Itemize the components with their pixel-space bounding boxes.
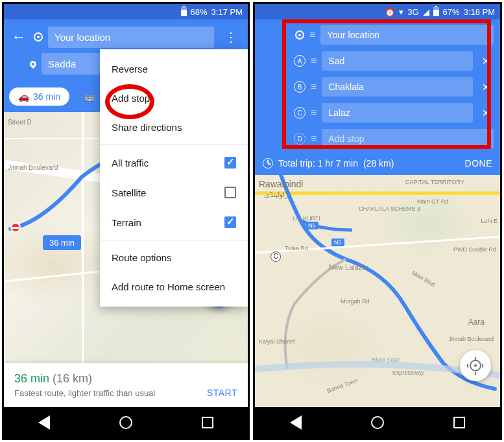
map-label-capital: CAPITAL TERRITORY: [405, 179, 464, 185]
locate-icon: [470, 360, 481, 371]
nav-home-button[interactable]: [119, 416, 132, 429]
drag-handle-icon[interactable]: ≡: [309, 29, 315, 41]
map-label-river: River Soan: [372, 356, 401, 363]
driving-time: 36 min: [33, 91, 60, 102]
status-bar: ⏰ ▾ 3G ◢ 67% 3:18 PM: [255, 4, 500, 19]
overflow-dropdown: Reverse Add stop Share directions All tr…: [100, 49, 248, 307]
hwy-n5-a: N5: [306, 222, 318, 229]
status-bar: 68% 3:17 PM: [4, 4, 248, 19]
android-nav-bar: [4, 407, 248, 438]
nav-back-button[interactable]: [290, 415, 302, 430]
phone-right: ⏰ ▾ 3G ◢ 67% 3:18 PM ≡ Your location A ≡…: [253, 2, 502, 440]
clock: 3:18 PM: [464, 7, 495, 17]
drag-handle-icon[interactable]: ≡: [311, 81, 317, 93]
checkbox-terrain[interactable]: [224, 216, 236, 228]
remove-stop-a[interactable]: ×: [478, 54, 494, 69]
stop-origin-input[interactable]: Your location: [320, 25, 494, 45]
drag-handle-icon[interactable]: ≡: [311, 107, 317, 119]
trip-total: Total trip: 1 hr 7 min: [278, 158, 358, 169]
stop-letter-d: D: [294, 133, 306, 145]
map-label-morgah: Morgah Rd: [341, 298, 370, 305]
destination-input[interactable]: Sadda: [42, 53, 100, 75]
map-label-tulsa: Tulsa Rd: [285, 245, 308, 251]
menu-add-stop[interactable]: Add stop: [100, 84, 248, 113]
overflow-menu-icon[interactable]: [219, 29, 243, 45]
battery-icon: [433, 7, 439, 16]
battery-pct: 67%: [443, 7, 460, 17]
route-distance: (16 km): [53, 372, 92, 385]
menu-share-directions[interactable]: Share directions: [100, 113, 248, 142]
menu-add-home-screen[interactable]: Add route to Home screen: [100, 272, 248, 301]
start-button[interactable]: START: [207, 388, 237, 398]
clock-icon: [263, 158, 273, 169]
map-label-lohi: Lohi E: [481, 218, 498, 224]
map-label-pwd: PWD Double Rd: [453, 246, 496, 253]
origin-input[interactable]: Your location: [48, 27, 214, 48]
map-label-aara: Aara: [468, 318, 485, 327]
locate-fab[interactable]: [460, 350, 491, 381]
stop-b-input[interactable]: Chaklala: [322, 77, 473, 97]
map-label-expressway: Expressway: [392, 369, 424, 376]
hwy-n5-b: N5: [331, 238, 344, 246]
phone-left: 68% 3:17 PM ← Your location Sadda 36 min…: [2, 2, 250, 440]
bus-icon: [84, 91, 95, 102]
trip-summary-bar: Total trip: 1 hr 7 min (28 km) DONE: [255, 152, 500, 175]
android-nav-bar: [255, 407, 500, 438]
nav-home-button[interactable]: [371, 416, 384, 429]
done-button[interactable]: DONE: [465, 158, 492, 169]
map-label-lalazar: New Lalazar: [329, 263, 368, 271]
nav-back-button[interactable]: [38, 415, 50, 430]
stops-header: ≡ Your location A ≡ Sad × B ≡ Chaklala ×…: [255, 19, 500, 152]
car-icon: [18, 91, 29, 102]
alarm-icon: ⏰: [385, 7, 395, 17]
nav-recent-button[interactable]: [202, 417, 213, 428]
battery-pct: 68%: [191, 7, 208, 17]
trip-distance: (28 km): [363, 158, 394, 169]
no-entry-icon: [10, 222, 21, 233]
mode-driving[interactable]: 36 min: [9, 87, 69, 106]
map-label-street-d: Street D: [8, 119, 32, 126]
map-marker-c: C: [270, 251, 281, 262]
map-label-gt: Main GT Rd: [417, 198, 448, 205]
route-description: Fastest route, lighter traffic than usua…: [14, 388, 237, 398]
network-type: 3G: [407, 7, 418, 17]
stop-a-input[interactable]: Sad: [322, 51, 473, 71]
map-label-chaklala: CHAKLALA SCHEME 3: [359, 206, 420, 212]
destination-icon: [29, 59, 38, 68]
stop-letter-b: B: [294, 81, 306, 93]
origin-icon: [295, 30, 304, 40]
menu-terrain[interactable]: Terrain: [100, 207, 248, 237]
menu-route-options[interactable]: Route options: [100, 243, 248, 272]
map-label-kalyal: Kalyal Sharief: [259, 338, 295, 345]
route-time: 36 min: [14, 372, 49, 385]
drag-handle-icon[interactable]: ≡: [311, 55, 317, 67]
battery-icon: [181, 7, 187, 16]
stop-c-input[interactable]: Lalaz: [322, 103, 473, 122]
signal-icon: ◢: [423, 7, 429, 17]
map-label-jinnah: Jinnah Boulevard: [8, 164, 58, 171]
wifi-icon: ▾: [399, 7, 403, 17]
route-summary-card[interactable]: 36 min (16 km) Fastest route, lighter tr…: [4, 363, 248, 407]
menu-all-traffic[interactable]: All traffic: [100, 148, 248, 178]
add-stop-input[interactable]: Add stop: [322, 129, 494, 148]
map-label-lalkurti: LALKURTI: [293, 215, 320, 222]
map-label-urdu: راولپنڈی: [264, 191, 288, 199]
route-time-badge: 36 min: [43, 235, 81, 250]
checkbox-all-traffic[interactable]: [224, 157, 236, 169]
stop-letter-a: A: [294, 55, 306, 67]
origin-icon: [34, 32, 43, 41]
remove-stop-b[interactable]: ×: [478, 80, 494, 95]
menu-satellite[interactable]: Satellite: [100, 178, 248, 207]
stop-letter-c: C: [294, 107, 306, 119]
map-label-jinnah: Jinnah Boulevard: [448, 336, 494, 342]
checkbox-satellite[interactable]: [224, 187, 236, 198]
clock: 3:17 PM: [211, 7, 243, 17]
map-area[interactable]: Rawalpindi راولپنڈی LALKURTI CHAKLALA SC…: [255, 175, 500, 421]
nav-recent-button[interactable]: [453, 417, 465, 428]
menu-reverse[interactable]: Reverse: [100, 54, 248, 84]
remove-stop-c[interactable]: ×: [478, 106, 494, 121]
back-arrow-icon[interactable]: ←: [9, 26, 29, 48]
map-label-rawalpindi: Rawalpindi: [259, 179, 303, 189]
drag-handle-icon[interactable]: ≡: [311, 133, 317, 145]
